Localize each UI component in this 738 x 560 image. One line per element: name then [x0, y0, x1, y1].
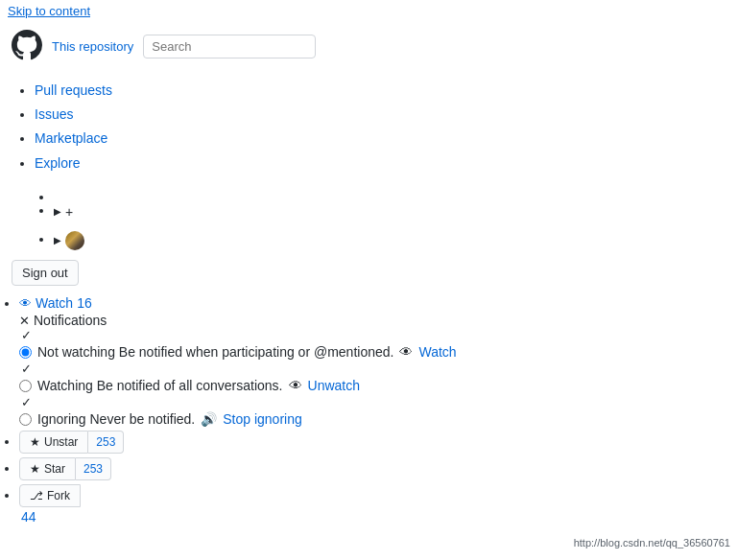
- fork-icon: ⎇: [30, 489, 43, 502]
- checkmark-2: ✓: [21, 362, 738, 376]
- explore-link[interactable]: Explore: [35, 155, 80, 171]
- user-list-avatar: ▶: [54, 225, 738, 250]
- watch-list-item: 👁 Watch 16 ✕ Notifications ✓ Not watchin…: [19, 295, 738, 428]
- eye-icon-3: 👁: [289, 378, 302, 393]
- watch-label: Watch: [36, 295, 73, 311]
- star-label: Star: [44, 462, 65, 476]
- fork-list-item: ⎇ Fork 44: [19, 484, 738, 525]
- notifications-text: Notifications: [34, 313, 107, 328]
- nav-item-explore: Explore: [35, 152, 738, 175]
- star-list-item-2: ★ Star 253: [19, 457, 738, 480]
- star-group: ★ Star 253: [19, 457, 111, 480]
- stop-ignoring-link[interactable]: Stop ignoring: [223, 411, 302, 427]
- user-list: ▶ + ▶: [35, 183, 738, 250]
- nav-item-pull-requests: Pull requests: [35, 79, 738, 103]
- plus-icon: +: [65, 198, 73, 225]
- watch-link[interactable]: 👁 Watch 16: [19, 295, 92, 311]
- search-input[interactable]: [143, 35, 316, 58]
- ignoring-row: Ignoring Never be notified. 🔊 Stop ignor…: [19, 411, 738, 427]
- ignoring-text: Ignoring Never be notified.: [37, 411, 195, 427]
- eye-icon-2: 👁: [399, 344, 413, 360]
- user-list-new: ▶ +: [54, 197, 738, 225]
- sign-out-button[interactable]: Sign out: [12, 260, 79, 286]
- not-watching-row: Not watching Be notified when participat…: [19, 344, 738, 360]
- star-icon-filled: ★: [30, 435, 40, 449]
- unstar-group: ★ Unstar 253: [19, 431, 124, 454]
- mute-icon: 🔊: [201, 411, 217, 427]
- user-section: ▶ + ▶: [0, 183, 738, 250]
- fork-count-link[interactable]: 44: [21, 509, 738, 525]
- ignoring-radio[interactable]: [19, 413, 32, 426]
- github-logo-link[interactable]: [12, 30, 42, 63]
- fork-label: Fork: [47, 489, 70, 502]
- checkmark-3: ✓: [21, 395, 738, 409]
- star-list-item: ★ Unstar 253: [19, 431, 738, 454]
- not-watching-radio[interactable]: [19, 346, 32, 359]
- not-watching-text: Not watching Be notified when participat…: [37, 344, 393, 360]
- triangle-icon-avatar: ▶: [54, 231, 61, 250]
- triangle-icon-new: ▶: [54, 202, 61, 222]
- nav-item-marketplace: Marketplace: [35, 127, 738, 151]
- unstar-button[interactable]: ★ Unstar: [19, 431, 88, 454]
- fork-button[interactable]: ⎇ Fork: [19, 484, 81, 507]
- header: This repository: [0, 22, 738, 71]
- pull-requests-link[interactable]: Pull requests: [35, 82, 112, 98]
- eye-icon: 👁: [19, 296, 32, 311]
- skip-link[interactable]: Skip to content: [0, 0, 738, 22]
- unstar-label: Unstar: [44, 435, 78, 449]
- user-list-empty: [54, 183, 738, 197]
- x-icon: ✕: [19, 314, 30, 328]
- marketplace-link[interactable]: Marketplace: [35, 130, 107, 146]
- watch-action-link[interactable]: Watch: [418, 344, 456, 360]
- star-count-link[interactable]: 253: [76, 457, 111, 480]
- watching-radio[interactable]: [19, 380, 32, 392]
- this-repo-link[interactable]: This repository: [52, 39, 133, 54]
- issues-link[interactable]: Issues: [35, 106, 73, 122]
- unstar-count-link[interactable]: 253: [88, 431, 124, 454]
- watch-count: 16: [77, 295, 92, 311]
- github-logo: [12, 48, 42, 63]
- watching-text: Watching Be notified of all conversation…: [37, 378, 283, 393]
- star-icon-2: ★: [30, 462, 40, 476]
- watch-outer-list: 👁 Watch 16 ✕ Notifications ✓ Not watchin…: [0, 295, 738, 525]
- checkmark-1: ✓: [21, 328, 738, 342]
- nav-item-issues: Issues: [35, 103, 738, 127]
- unwatch-link[interactable]: Unwatch: [308, 378, 360, 393]
- star-button[interactable]: ★ Star: [19, 457, 76, 480]
- notifications-row: ✕ Notifications: [19, 313, 738, 328]
- avatar: [65, 231, 84, 250]
- nav-list: Pull requests Issues Marketplace Explore: [0, 79, 738, 175]
- watching-row: Watching Be notified of all conversation…: [19, 378, 738, 393]
